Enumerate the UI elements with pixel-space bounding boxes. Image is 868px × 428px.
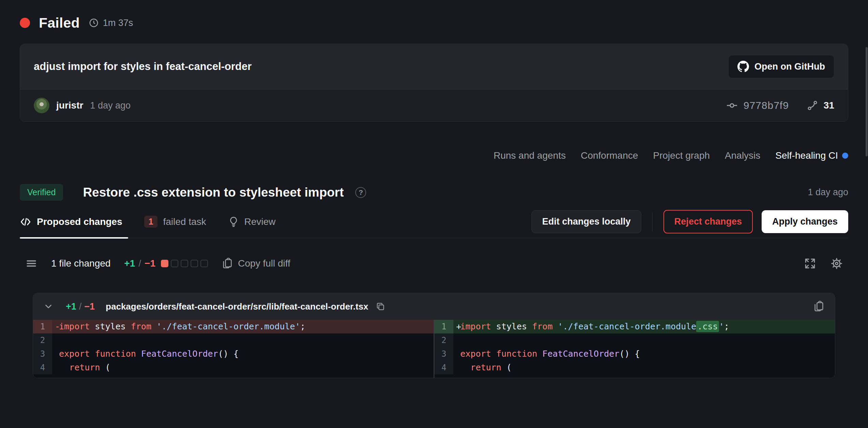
diff-line: 4 return ( (434, 361, 835, 374)
line-number: 3 (33, 347, 52, 361)
reject-changes-button[interactable]: Reject changes (663, 210, 753, 233)
files-changed-label: 1 file changed (51, 258, 110, 269)
notification-dot (842, 153, 848, 159)
nav-item-conformance[interactable]: Conformance (581, 150, 638, 161)
nav-item-self-healing-ci[interactable]: Self-healing CI (775, 150, 848, 161)
code-icon (20, 216, 31, 228)
line-number: 4 (434, 361, 453, 374)
tab-failed-task[interactable]: 1 failed task (144, 205, 206, 238)
fix-title: Restore .css extension to stylesheet imp… (83, 185, 344, 200)
diff-ratio-block (191, 260, 198, 267)
code-content (52, 333, 434, 347)
github-icon (737, 61, 749, 72)
apply-changes-button[interactable]: Apply changes (762, 210, 848, 233)
diff-card: +1 / −1 packages/orders/feat-cancel-orde… (33, 293, 835, 378)
failed-status-dot (20, 18, 30, 28)
nav-item-label: Conformance (581, 150, 638, 161)
failed-count-badge: 1 (144, 216, 158, 228)
commit-time: 1 day ago (90, 100, 131, 111)
diff-toolbar: 1 file changed +1 / −1 Copy full diff (20, 251, 848, 276)
tab-failed-label: failed task (163, 216, 206, 227)
diff-stats: +1 / −1 (124, 258, 208, 269)
diff-line: 3export function FeatCancelOrder() { (434, 347, 835, 361)
line-number: 1 (33, 320, 52, 333)
diff-ratio-block (161, 260, 168, 267)
nav-item-analysis[interactable]: Analysis (725, 150, 760, 161)
diff-blocks (161, 260, 208, 267)
diff-ratio-block (200, 260, 208, 267)
expand-icon (804, 257, 816, 270)
line-number: 4 (33, 361, 52, 374)
copy-full-diff-label: Copy full diff (238, 258, 290, 269)
commit-title-row: adjust import for styles in feat-cancel-… (20, 44, 848, 89)
tab-review[interactable]: Review (228, 205, 276, 238)
deletions-count: −1 (145, 258, 155, 269)
line-number: 1 (434, 320, 453, 333)
commit-sha[interactable]: 9778b7f9 (726, 99, 789, 112)
diff-line: 2 (434, 333, 835, 347)
duration: 1m 37s (89, 18, 133, 28)
commit-card: adjust import for styles in feat-cancel-… (20, 44, 848, 122)
diff-ratio-block (181, 260, 188, 267)
diff-split-view: 1-import styles from './feat-cancel-orde… (33, 320, 835, 378)
lightbulb-icon (228, 216, 239, 227)
tab-proposed-changes[interactable]: Proposed changes (20, 205, 122, 238)
actions: Edit changes locally Reject changes Appl… (532, 210, 848, 233)
copy-path-icon[interactable] (376, 302, 385, 311)
page: Failed 1m 37s adjust import for styles i… (0, 13, 868, 428)
nav-item-label: Self-healing CI (775, 150, 838, 161)
expand-diff-button[interactable] (804, 257, 816, 270)
diff-line: 1+import styles from './feat-cancel-orde… (434, 320, 835, 333)
avatar[interactable] (34, 98, 49, 113)
chevron-down-icon[interactable] (43, 301, 54, 312)
git-commit-icon (726, 99, 738, 112)
edit-changes-locally-button[interactable]: Edit changes locally (532, 210, 641, 233)
clock-icon (89, 18, 99, 28)
file-path: packages/orders/feat-cancel-order/src/li… (106, 301, 368, 312)
branch-count[interactable]: 31 (807, 100, 834, 111)
code-content: return ( (52, 361, 434, 374)
copy-full-diff-button[interactable]: Copy full diff (222, 258, 290, 269)
nav-item-runs-and-agents[interactable]: Runs and agents (494, 150, 566, 161)
file-list-menu-button[interactable] (25, 257, 38, 270)
nav-item-project-graph[interactable]: Project graph (653, 150, 710, 161)
nav-links: Runs and agentsConformanceProject graphA… (20, 148, 848, 163)
line-number: 2 (33, 333, 52, 347)
fix-time: 1 day ago (808, 187, 848, 198)
git-compare-icon (807, 100, 818, 111)
nav-item-label: Analysis (725, 150, 760, 161)
code-content: -import styles from './feat-cancel-order… (52, 320, 434, 333)
additions-count: +1 (124, 258, 135, 269)
diff-line: 2 (33, 333, 434, 347)
diff-line: 3export function FeatCancelOrder() { (33, 347, 434, 361)
gear-icon (830, 257, 843, 270)
diff-line: 4 return ( (33, 361, 434, 374)
line-number: 3 (434, 347, 453, 361)
commit-title: adjust import for styles in feat-cancel-… (34, 60, 252, 73)
status-label: Failed (39, 15, 80, 31)
diff-pane-new: 1+import styles from './feat-cancel-orde… (434, 320, 835, 378)
help-icon[interactable]: ? (355, 187, 366, 198)
github-button-label: Open on GitHub (754, 61, 825, 72)
open-on-github-button[interactable]: Open on GitHub (728, 55, 834, 78)
code-content: export function FeatCancelOrder() { (453, 347, 835, 361)
fix-header: Verified Restore .css extension to style… (20, 184, 848, 201)
status-row: Failed 1m 37s (20, 13, 848, 33)
diff-file-header: +1 / −1 packages/orders/feat-cancel-orde… (33, 293, 835, 320)
copy-file-diff-icon[interactable] (813, 301, 825, 312)
clipboard-icon (222, 258, 233, 269)
tabs-row: Proposed changes 1 failed task Review Ed… (20, 205, 848, 238)
line-number: 2 (434, 333, 453, 347)
hamburger-icon (25, 257, 38, 270)
diff-ratio-block (171, 260, 178, 267)
nav-item-label: Project graph (653, 150, 710, 161)
duration-label: 1m 37s (103, 18, 133, 28)
page-scrollbar[interactable] (866, 47, 868, 156)
actions-divider (652, 212, 653, 231)
commit-meta-row: juristr 1 day ago 9778b7f9 31 (20, 89, 848, 122)
author-name[interactable]: juristr (56, 100, 83, 111)
code-content: +import styles from './feat-cancel-order… (453, 320, 835, 333)
verified-badge: Verified (20, 184, 63, 201)
tab-review-label: Review (244, 216, 276, 227)
diff-settings-button[interactable] (830, 257, 843, 270)
